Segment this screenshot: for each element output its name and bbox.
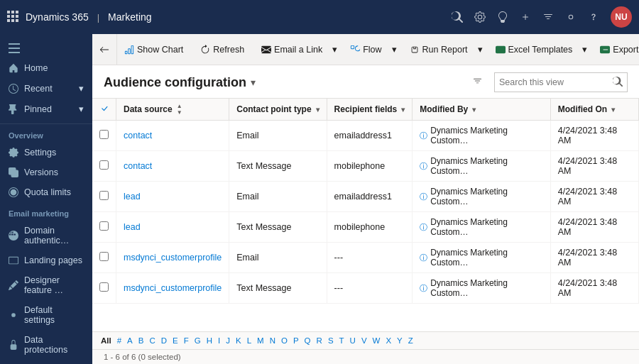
alpha-item-v[interactable]: V: [359, 335, 370, 346]
filter-icon[interactable]: [542, 11, 554, 23]
export-excel-button[interactable]: Export to Excel: [593, 34, 639, 65]
lightbulb-icon[interactable]: [497, 11, 508, 23]
sidebar-item-home[interactable]: Home: [0, 58, 92, 78]
sidebar-label-home: Home: [24, 63, 48, 73]
alpha-item-r[interactable]: R: [314, 335, 325, 346]
app-grid-icon[interactable]: [7, 11, 18, 24]
search-icon[interactable]: [452, 11, 463, 23]
sidebar-toggle[interactable]: [0, 38, 92, 58]
alpha-item-l[interactable]: L: [244, 335, 254, 346]
svg-rect-3: [7, 15, 10, 18]
alpha-item-k[interactable]: K: [233, 335, 244, 346]
sidebar-section-engagement: Customer engagement: [0, 360, 92, 364]
plus-icon[interactable]: [520, 11, 531, 23]
row-checkbox[interactable]: [92, 121, 116, 151]
row-checkbox[interactable]: [92, 212, 116, 243]
alpha-item-p[interactable]: P: [290, 335, 302, 346]
alpha-item-b[interactable]: B: [136, 335, 147, 346]
cell-datasource[interactable]: contact: [116, 151, 229, 182]
alpha-item-t[interactable]: T: [337, 335, 347, 346]
run-report-button[interactable]: Run Report: [403, 34, 475, 65]
cell-datasource[interactable]: lead: [116, 212, 229, 243]
alpha-item-all[interactable]: All: [98, 335, 114, 346]
search-submit-icon[interactable]: [608, 77, 627, 89]
sidebar-item-settings[interactable]: Settings: [0, 143, 92, 162]
alpha-item-s[interactable]: S: [325, 335, 337, 346]
alpha-item-o[interactable]: O: [278, 335, 290, 346]
info-icon: ⓘ: [420, 131, 427, 141]
select-all-header[interactable]: [92, 99, 116, 121]
email-link-dropdown[interactable]: ▾: [329, 34, 340, 65]
alpha-item-y[interactable]: Y: [394, 335, 405, 346]
svg-rect-11: [9, 52, 20, 53]
refresh-button[interactable]: Refresh: [193, 34, 251, 65]
col-header-recipient[interactable]: Recipient fields ▾: [327, 99, 413, 121]
alpha-item-h[interactable]: H: [204, 335, 215, 346]
back-button[interactable]: [92, 34, 117, 65]
alpha-item-z[interactable]: Z: [405, 335, 416, 346]
row-checkbox[interactable]: [92, 243, 116, 273]
excel-templates-button[interactable]: Excel Templates: [488, 34, 580, 65]
avatar[interactable]: NU: [611, 6, 632, 28]
alpha-item-d[interactable]: D: [158, 335, 170, 346]
flow-dropdown[interactable]: ▾: [389, 34, 400, 65]
col-header-modifiedon[interactable]: Modified On ▾: [550, 99, 638, 121]
alpha-item-g[interactable]: G: [192, 335, 204, 346]
table-row: lead Email emailaddress1 ⓘ Dynamics Mark…: [92, 182, 639, 212]
sidebar-item-versions[interactable]: Versions: [0, 162, 92, 182]
alpha-item-f[interactable]: F: [181, 335, 192, 346]
show-chart-button[interactable]: Show Chart: [117, 34, 190, 65]
flow-button[interactable]: Flow: [343, 34, 388, 65]
sidebar-item-domain[interactable]: Domain authentic…: [0, 221, 92, 250]
sidebar-item-recent[interactable]: Recent ▾: [0, 78, 92, 99]
excel-templates-dropdown[interactable]: ▾: [579, 34, 590, 65]
alpha-item-u[interactable]: U: [347, 335, 359, 346]
sidebar-item-dataprotect[interactable]: Data protections: [0, 330, 92, 360]
settings-icon[interactable]: [474, 11, 486, 23]
cell-datasource[interactable]: lead: [116, 182, 229, 212]
svg-rect-6: [7, 19, 10, 22]
sidebar-item-pinned[interactable]: Pinned ▾: [0, 99, 92, 119]
alpha-item-c[interactable]: C: [146, 335, 158, 346]
col-header-datasource[interactable]: Data source ▲▼: [116, 99, 229, 121]
alpha-item-i[interactable]: I: [215, 335, 223, 346]
sidebar-label-recent: Recent: [24, 84, 53, 94]
alpha-item-a[interactable]: A: [124, 335, 136, 346]
svg-rect-5: [16, 15, 18, 18]
gear-icon[interactable]: [565, 11, 577, 23]
alpha-item-e[interactable]: E: [170, 335, 181, 346]
alpha-item-#[interactable]: #: [114, 335, 124, 346]
table-row: lead Text Message mobilephone ⓘ Dynamics…: [92, 212, 639, 243]
help-icon[interactable]: [588, 11, 599, 23]
table-row: contact Text Message mobilephone ⓘ Dynam…: [92, 151, 639, 182]
alpha-item-x[interactable]: X: [383, 335, 394, 346]
info-icon: ⓘ: [420, 253, 427, 263]
alpha-item-m[interactable]: M: [254, 335, 267, 346]
page-title-chevron-icon[interactable]: ▾: [251, 77, 256, 88]
sidebar-item-defaults[interactable]: Default settings: [0, 300, 92, 330]
run-report-dropdown[interactable]: ▾: [475, 34, 486, 65]
cell-datasource[interactable]: msdynci_customerprofile: [116, 243, 229, 273]
alpha-item-w[interactable]: W: [370, 335, 383, 346]
alpha-item-q[interactable]: Q: [302, 335, 314, 346]
col-header-contactpoint[interactable]: Contact point type ▾: [229, 99, 327, 121]
sidebar-item-landing[interactable]: Landing pages: [0, 250, 92, 270]
table-header-row: Data source ▲▼ Contact point type ▾: [92, 99, 639, 121]
cell-modifiedby: ⓘ Dynamics Marketing Custom…: [413, 121, 550, 151]
sidebar-label-defaults: Default settings: [24, 305, 84, 325]
sort-modifiedby-icon: ▾: [472, 106, 476, 114]
search-input[interactable]: [495, 77, 608, 87]
table-body: contact Email emailaddress1 ⓘ Dynamics M…: [92, 121, 639, 304]
alpha-item-n[interactable]: N: [267, 335, 278, 346]
sidebar-item-quota[interactable]: Quota limits: [0, 182, 92, 202]
view-filter-icon[interactable]: [466, 76, 488, 89]
email-link-button[interactable]: Email a Link: [254, 34, 329, 65]
row-checkbox[interactable]: [92, 273, 116, 304]
sidebar-item-designer[interactable]: Designer feature …: [0, 270, 92, 300]
cell-datasource[interactable]: msdynci_customerprofile: [116, 273, 229, 304]
row-checkbox[interactable]: [92, 151, 116, 182]
alpha-item-j[interactable]: J: [223, 335, 233, 346]
row-checkbox[interactable]: [92, 182, 116, 212]
col-header-modifiedby[interactable]: Modified By ▾: [413, 99, 550, 121]
cell-datasource[interactable]: contact: [116, 121, 229, 151]
